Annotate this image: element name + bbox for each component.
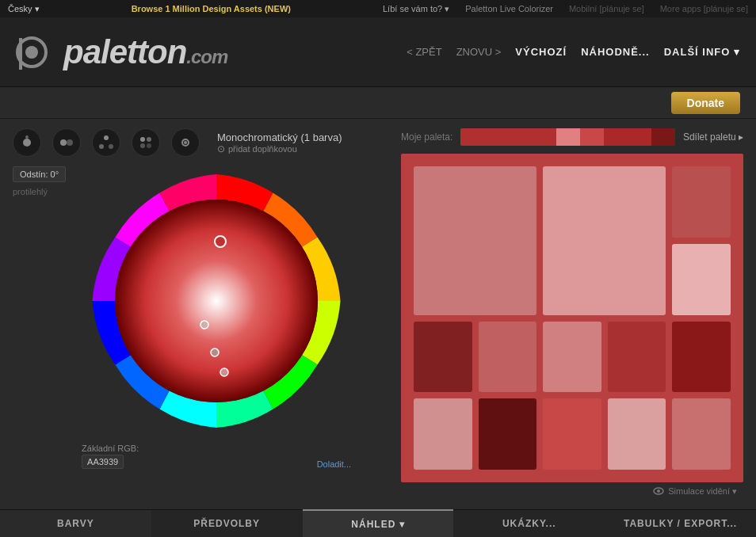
- palette-strip-mid: [580, 128, 604, 146]
- hue-value[interactable]: Odstín: 0°: [13, 166, 66, 182]
- wheel-controls-left: Odstín: 0° protilehlý: [13, 166, 66, 196]
- svg-point-27: [657, 489, 660, 493]
- tab-nahled[interactable]: NÁHLED ▾: [303, 509, 454, 537]
- scheme-icon-mono[interactable]: [13, 128, 41, 157]
- promo-banner[interactable]: Browse 1 Million Design Assets (NEW): [55, 4, 367, 13]
- scheme-icon-complement[interactable]: [52, 128, 81, 157]
- svg-point-22: [115, 200, 318, 402]
- right-panel: Moje paleta: Sdílet paletu ▸: [388, 119, 756, 509]
- preview-cell-3: [414, 322, 472, 393]
- svg-point-11: [147, 137, 151, 142]
- tab-predvolby[interactable]: PŘEDVOLBY: [151, 509, 303, 537]
- logo-name: paletton: [63, 33, 186, 70]
- scheme-icon-settings[interactable]: [171, 128, 200, 157]
- preview-cell-2: [672, 244, 731, 315]
- donate-button[interactable]: Donate: [671, 92, 740, 114]
- preview-cell-4: [479, 322, 537, 393]
- svg-point-4: [25, 135, 29, 139]
- scheme-icons-row: Monochromatický (1 barva) přidat doplňko…: [13, 128, 376, 157]
- main-nav: < ZPĚT ZNOVU > VÝCHOZÍ NÁHODNĚ... DALŠÍ …: [407, 46, 740, 58]
- back-button[interactable]: < ZPĚT: [407, 46, 441, 58]
- header: paletton.com < ZPĚT ZNOVU > VÝCHOZÍ NÁHO…: [0, 17, 756, 87]
- scheme-name: Monochromatický (1 barva): [217, 131, 342, 143]
- logo-icon: [16, 32, 57, 73]
- eye-icon[interactable]: [653, 486, 664, 497]
- default-button[interactable]: VÝCHOZÍ: [515, 46, 567, 58]
- mobile-link: Mobilní [plánuje se]: [569, 4, 644, 13]
- palette-strip-dark: [604, 128, 651, 146]
- simulation-label[interactable]: Simulace vidění ▾: [668, 486, 737, 497]
- preview-cell-large-1: [414, 166, 536, 315]
- color-wheel[interactable]: [82, 166, 351, 436]
- preview-cell-7: [672, 322, 731, 393]
- again-button[interactable]: ZNOVU >: [456, 46, 502, 58]
- opposing-label: protilehlý: [13, 187, 48, 196]
- main-content: Monochromatický (1 barva) přidat doplňko…: [0, 119, 756, 509]
- more-info-button[interactable]: DALŠÍ INFO ▾: [664, 46, 740, 58]
- add-complement-button[interactable]: přidat doplňkovou: [217, 143, 342, 154]
- svg-point-1: [25, 46, 38, 59]
- svg-point-24: [211, 348, 219, 356]
- doladit-link[interactable]: Doladit...: [317, 459, 351, 469]
- palette-strip-darkest: [651, 128, 675, 146]
- preview-cell-large-2: [543, 166, 666, 315]
- svg-point-7: [104, 135, 109, 140]
- scheme-label: Monochromatický (1 barva) přidat doplňko…: [217, 131, 342, 154]
- random-button[interactable]: NÁHODNĚ...: [581, 46, 650, 58]
- left-panel: Monochromatický (1 barva) přidat doplňko…: [0, 119, 388, 509]
- bottom-tabs: BARVY PŘEDVOLBY NÁHLED ▾ UKÁZKY... TABUL…: [0, 509, 756, 537]
- palette-row: Moje paleta: Sdílet paletu ▸: [401, 128, 743, 146]
- rgb-value[interactable]: AA3939: [82, 455, 124, 469]
- scheme-icon-tetrad[interactable]: [132, 128, 160, 157]
- preview-cell-9: [479, 398, 537, 470]
- wheel-main-dot: [215, 236, 226, 247]
- bottom-info: Základní RGB: AA3939 Doladit...: [82, 439, 351, 469]
- svg-point-3: [23, 139, 31, 147]
- tab-tabulky[interactable]: TABULKY / EXPORT...: [605, 509, 756, 537]
- svg-rect-2: [19, 38, 22, 70]
- palette-strip-main: [460, 128, 556, 146]
- svg-point-13: [147, 143, 151, 148]
- logo-domain: .com: [186, 46, 227, 67]
- logo[interactable]: paletton.com: [16, 32, 227, 73]
- top-bar: Česky ▾ Browse 1 Million Design Assets (…: [0, 0, 756, 17]
- toolbar-row: Donate: [0, 87, 756, 119]
- preview-cell-8: [414, 398, 472, 470]
- svg-point-15: [184, 141, 187, 144]
- scheme-icon-triad[interactable]: [92, 128, 120, 157]
- svg-point-25: [220, 368, 228, 376]
- preview-cell-12: [672, 398, 731, 470]
- palette-label: Moje paleta:: [401, 131, 452, 143]
- palette-strip-light: [556, 128, 580, 146]
- logo-text: paletton.com: [63, 33, 227, 71]
- svg-point-10: [140, 137, 145, 142]
- preview-grid: [401, 154, 743, 482]
- share-palette-button[interactable]: Sdílet paletu ▸: [683, 131, 743, 143]
- preview-cell-6: [608, 322, 666, 393]
- preview-cell-5: [543, 322, 601, 393]
- base-rgb-label: Základní RGB:: [82, 444, 139, 453]
- eye-row: Simulace vidění ▾: [401, 482, 743, 500]
- wheel-container: Odstín: 0° protilehlý: [13, 166, 376, 500]
- like-button[interactable]: Líbí se vám to? ▾: [383, 4, 449, 14]
- more-apps-link: More apps [plánuje se]: [660, 4, 748, 13]
- lang-selector[interactable]: Česky ▾: [8, 4, 40, 14]
- svg-point-9: [109, 144, 113, 149]
- preview-cell-10: [543, 398, 601, 470]
- svg-point-12: [140, 143, 145, 148]
- svg-point-23: [200, 321, 208, 329]
- preview-cell-1: [672, 166, 731, 238]
- palette-strip: [460, 128, 675, 146]
- svg-point-8: [99, 144, 104, 149]
- color-wheel-wrapper[interactable]: [82, 166, 351, 436]
- preview-cell-11: [608, 398, 666, 470]
- tab-ukazky[interactable]: UKÁZKY...: [453, 509, 605, 537]
- svg-point-6: [67, 139, 73, 146]
- tab-barvy[interactable]: BARVY: [0, 509, 151, 537]
- live-colorizer[interactable]: Paletton Live Colorizer: [465, 4, 553, 13]
- svg-point-5: [60, 139, 67, 146]
